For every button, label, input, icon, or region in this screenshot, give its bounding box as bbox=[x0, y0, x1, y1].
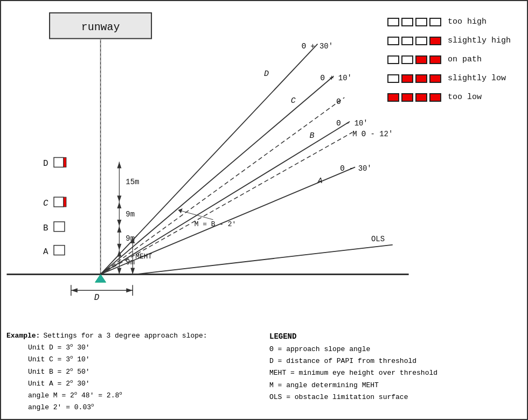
svg-marker-6 bbox=[117, 195, 121, 202]
svg-text:OLS: OLS bbox=[371, 235, 385, 243]
slightly-high-label: slightly high bbox=[448, 36, 511, 45]
svg-text:A: A bbox=[317, 177, 322, 185]
legend-on-path: on path bbox=[387, 55, 511, 64]
svg-text:M  Θ - 12': M Θ - 12' bbox=[352, 130, 393, 138]
box-1 bbox=[387, 55, 399, 64]
svg-line-50 bbox=[135, 245, 393, 275]
svg-line-39 bbox=[101, 122, 350, 275]
svg-text:Θ + 30': Θ + 30' bbox=[302, 42, 333, 51]
svg-text:9m: 9m bbox=[126, 210, 135, 219]
box-3 bbox=[415, 55, 427, 64]
too-high-label: too high bbox=[448, 17, 487, 26]
def-m: M = angle determining MEHT bbox=[269, 380, 522, 391]
legend-too-low: too low bbox=[387, 93, 511, 102]
def-theta: Θ = approach slope angle bbox=[269, 344, 522, 355]
legend-section: too high slightly high on path bbox=[387, 17, 511, 102]
example-title: Example: bbox=[6, 331, 40, 342]
svg-text:Θ - 10': Θ - 10' bbox=[336, 119, 367, 128]
box-4 bbox=[429, 93, 441, 102]
box-2 bbox=[401, 74, 413, 83]
on-path-label: on path bbox=[448, 55, 482, 64]
svg-text:D: D bbox=[94, 293, 100, 303]
box-1 bbox=[387, 37, 399, 45]
svg-text:A: A bbox=[43, 247, 48, 257]
box-1 bbox=[387, 18, 399, 26]
svg-marker-57 bbox=[71, 288, 78, 292]
svg-text:C: C bbox=[43, 199, 48, 208]
svg-text:B: B bbox=[43, 223, 48, 233]
def-d: D = distance of PAPI from threshold bbox=[269, 355, 522, 367]
svg-rect-24 bbox=[54, 197, 64, 207]
angle-2: angle 2' = 0.03o bbox=[28, 402, 259, 414]
angle-m: angle M = 2o 48' = 2.8o bbox=[28, 390, 259, 402]
slightly-low-boxes bbox=[387, 74, 441, 83]
svg-rect-29 bbox=[54, 246, 65, 255]
example-subtitle: Settings for a 3 degree approach slope: bbox=[43, 331, 207, 342]
svg-marker-9 bbox=[117, 202, 121, 208]
example-block: Example: Settings for a 3 degree approac… bbox=[6, 331, 259, 414]
box-4 bbox=[429, 74, 441, 83]
svg-text:runway: runway bbox=[81, 21, 120, 33]
svg-marker-53 bbox=[130, 268, 135, 274]
svg-marker-58 bbox=[126, 288, 133, 292]
svg-rect-27 bbox=[54, 222, 65, 232]
legend-too-high: too high bbox=[387, 17, 511, 26]
svg-text:D: D bbox=[43, 159, 48, 169]
svg-text:MEHT: MEHT bbox=[135, 253, 152, 261]
box-1 bbox=[387, 93, 399, 102]
box-4 bbox=[429, 55, 441, 64]
svg-marker-5 bbox=[117, 162, 121, 168]
example-header: Example: Settings for a 3 degree approac… bbox=[6, 331, 259, 342]
legend-title: LEGEND bbox=[269, 331, 522, 344]
svg-line-48 bbox=[178, 210, 213, 220]
box-2 bbox=[401, 55, 413, 64]
unit-a: Unit A = 2o 30' bbox=[28, 378, 259, 390]
box-3 bbox=[415, 93, 427, 102]
svg-text:D: D bbox=[264, 69, 269, 78]
svg-text:C: C bbox=[291, 96, 296, 105]
box-2 bbox=[401, 93, 413, 102]
svg-text:15m: 15m bbox=[126, 178, 139, 186]
unit-c: Unit C = 3o 10' bbox=[28, 354, 259, 366]
svg-marker-30 bbox=[95, 274, 106, 282]
svg-text:M = B - 2': M = B - 2' bbox=[194, 220, 237, 228]
box-4 bbox=[429, 37, 441, 45]
slightly-low-label: slightly low bbox=[448, 74, 506, 83]
svg-text:B: B bbox=[310, 131, 315, 140]
svg-text:Θ - 30': Θ - 30' bbox=[340, 164, 371, 173]
box-2 bbox=[401, 37, 413, 45]
legend-definitions-block: LEGEND Θ = approach slope angle D = dist… bbox=[269, 331, 522, 414]
too-low-label: too low bbox=[448, 93, 482, 102]
svg-rect-22 bbox=[64, 158, 66, 167]
main-container: runway 15m 9m 9m 9m D bbox=[0, 0, 528, 420]
legend-slightly-high: slightly high bbox=[387, 36, 511, 45]
def-ols: OLS = obstacle limitation surface bbox=[269, 391, 522, 403]
svg-rect-21 bbox=[54, 158, 64, 167]
svg-marker-10 bbox=[117, 220, 121, 226]
unit-d: Unit D = 3o 30' bbox=[28, 342, 259, 354]
on-path-boxes bbox=[387, 55, 441, 64]
svg-rect-25 bbox=[64, 197, 66, 207]
svg-text:Θ: Θ bbox=[336, 97, 341, 106]
def-meht: MEHT = minimum eye height over threshold bbox=[269, 367, 522, 379]
box-1 bbox=[387, 74, 399, 83]
svg-marker-14 bbox=[117, 244, 121, 250]
box-3 bbox=[415, 37, 427, 45]
unit-b: Unit B = 2o 50' bbox=[28, 366, 259, 378]
slightly-high-boxes bbox=[387, 37, 441, 45]
example-units: Unit D = 3o 30' Unit C = 3o 10' Unit B =… bbox=[28, 342, 259, 414]
svg-line-34 bbox=[101, 76, 334, 274]
box-3 bbox=[415, 74, 427, 83]
too-high-boxes bbox=[387, 18, 441, 26]
legend-slightly-low: slightly low bbox=[387, 74, 511, 83]
box-4 bbox=[429, 18, 441, 26]
svg-text:Θ + 10': Θ + 10' bbox=[320, 74, 351, 82]
box-2 bbox=[401, 18, 413, 26]
svg-marker-13 bbox=[117, 226, 121, 233]
box-3 bbox=[415, 18, 427, 26]
too-low-boxes bbox=[387, 93, 441, 102]
svg-marker-18 bbox=[117, 268, 121, 274]
bottom-section: Example: Settings for a 3 degree approac… bbox=[6, 331, 522, 414]
